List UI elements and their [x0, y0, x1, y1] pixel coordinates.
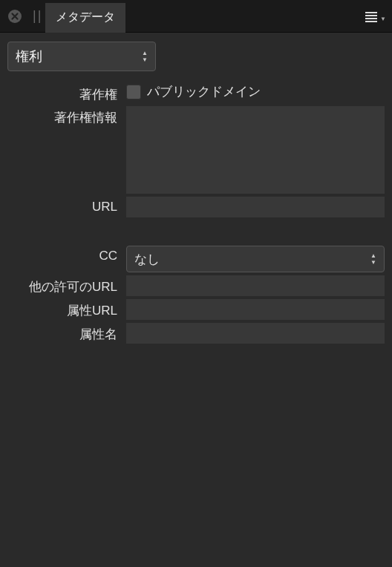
input-attribute-name[interactable] [126, 323, 385, 344]
label-attribute-url: 属性URL [7, 299, 126, 319]
panel-header: || メタデータ ▼ [0, 0, 392, 33]
label-copyright-info: 著作権情報 [7, 106, 126, 126]
svg-rect-1 [365, 12, 377, 13]
chevron-down-icon: ▼ [380, 16, 386, 22]
svg-rect-2 [365, 15, 377, 16]
input-other-permission-url[interactable] [126, 275, 385, 296]
spinner-arrows-icon: ▲ ▼ [370, 253, 376, 266]
svg-rect-3 [365, 18, 377, 19]
checkbox-public-domain[interactable] [126, 85, 141, 99]
select-cc[interactable]: なし ▲ ▼ [126, 246, 385, 272]
close-icon[interactable] [6, 7, 24, 25]
row-url: URL [7, 197, 385, 217]
section-selector-label: 権利 [16, 47, 142, 65]
checkbox-label-public-domain: パブリックドメイン [147, 83, 261, 100]
label-cc: CC [7, 246, 126, 263]
label-copyright: 著作権 [7, 83, 126, 103]
input-url[interactable] [126, 197, 385, 217]
select-cc-value: なし [134, 251, 370, 268]
label-attribute-name: 属性名 [7, 323, 126, 343]
section-selector[interactable]: 権利 ▲ ▼ [7, 42, 156, 71]
panel-menu-icon[interactable]: ▼ [364, 9, 386, 24]
row-other-permission-url: 他の許可のURL [7, 275, 385, 296]
svg-rect-4 [365, 21, 377, 22]
row-copyright-info: 著作権情報 [7, 106, 385, 194]
row-attribute-url: 属性URL [7, 299, 385, 320]
tab-label: メタデータ [56, 10, 115, 25]
row-attribute-name: 属性名 [7, 323, 385, 344]
label-url: URL [7, 197, 126, 214]
panel-content: 権利 ▲ ▼ 著作権 パブリックドメイン 著作権情報 URL CC なし [0, 33, 392, 354]
tab-metadata[interactable]: メタデータ [45, 3, 125, 33]
spinner-arrows-icon: ▲ ▼ [142, 50, 148, 63]
row-cc: CC なし ▲ ▼ [7, 246, 385, 272]
label-other-permission-url: 他の許可のURL [7, 275, 126, 295]
panel-grip-icon: || [33, 8, 42, 24]
row-copyright: 著作権 パブリックドメイン [7, 83, 385, 103]
input-attribute-url[interactable] [126, 299, 385, 320]
textarea-copyright-info[interactable] [126, 106, 385, 194]
